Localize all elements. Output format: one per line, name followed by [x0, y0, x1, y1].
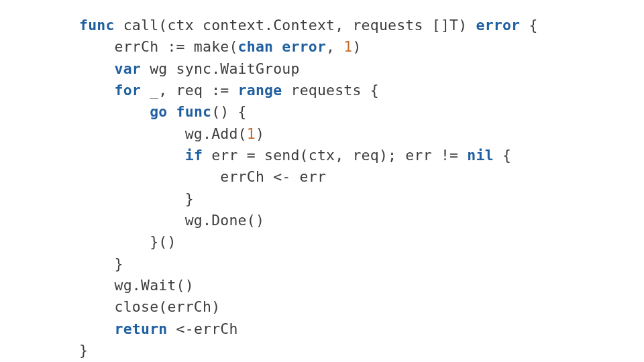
code-token: nil [467, 147, 493, 164]
code-token: var [115, 60, 141, 77]
code-token: if [185, 147, 203, 164]
code-token: } [79, 255, 123, 272]
code-token [167, 103, 176, 120]
code-token: func [176, 103, 212, 120]
code-token: func [79, 17, 115, 34]
code-token: requests { [282, 82, 379, 99]
code-token: }() [79, 233, 176, 250]
code-token [273, 38, 282, 55]
code-token: () { [211, 103, 247, 120]
code-token: <-errCh [167, 320, 237, 337]
code-token: range [238, 82, 282, 99]
code-token [79, 320, 115, 337]
code-token: { [520, 17, 537, 34]
code-token [79, 60, 115, 77]
code-token: chan [238, 38, 274, 55]
code-token: _, req := [141, 82, 238, 99]
code-token: } [79, 342, 88, 359]
code-token: for [115, 82, 141, 99]
code-token: 1 [247, 125, 256, 142]
code-token: } [79, 190, 194, 207]
code-block: func call(ctx context.Context, requests … [0, 0, 644, 362]
code-token: ) [353, 38, 362, 55]
code-token: wg.Add( [79, 125, 247, 142]
code-token: close(errCh) [79, 298, 220, 315]
code-token [79, 82, 115, 99]
code-token: , [326, 38, 343, 55]
code-token: { [494, 147, 511, 164]
code-token: wg.Done() [79, 212, 264, 229]
code-token: errCh <- err [79, 168, 326, 185]
code-token: wg.Wait() [79, 277, 194, 294]
code-token: call(ctx context.Context, requests []T) [115, 17, 476, 34]
code-token: 1 [343, 38, 352, 55]
code-token: go [150, 103, 167, 120]
code-token: ) [256, 125, 264, 142]
code-token: wg sync.WaitGroup [141, 60, 300, 77]
code-token: return [115, 320, 168, 337]
code-token: error [476, 17, 521, 34]
code-token [79, 147, 185, 164]
code-token: error [282, 38, 326, 55]
code-content: func call(ctx context.Context, requests … [79, 17, 538, 359]
code-token: errCh := make( [79, 38, 238, 55]
code-token: err = send(ctx, req); err != [203, 147, 467, 164]
code-token [79, 103, 150, 120]
